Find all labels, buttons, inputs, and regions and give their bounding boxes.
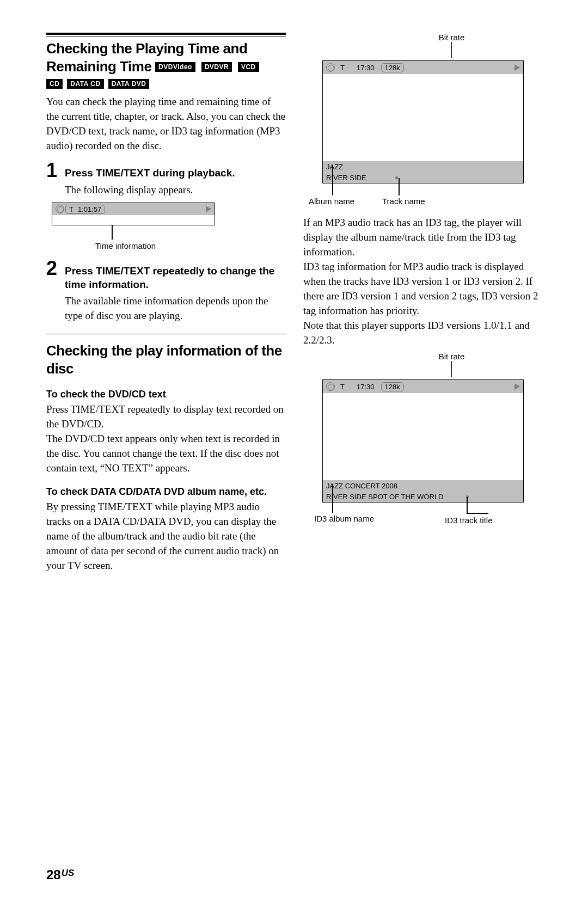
badge-row-2: CD DATA CD DATA DVD <box>46 77 286 89</box>
diag3-letter: T <box>340 383 345 391</box>
time-box: T 1:01:57 <box>65 205 105 214</box>
right-paragraph: If an MP3 audio track has an ID3 tag, th… <box>303 215 543 347</box>
step-heading: Press TIME/TEXT repeatedly to change the… <box>65 264 286 291</box>
format-badge: DVDVR <box>201 62 232 72</box>
diag2-callouts: Album name Track name <box>303 185 543 212</box>
format-badge: CD <box>46 79 63 89</box>
callout-line <box>451 42 452 58</box>
callout-dot <box>395 176 398 179</box>
callout-line <box>332 485 333 513</box>
disc-icon <box>56 205 64 213</box>
play-icon <box>206 206 211 212</box>
step-body: The available time information depends u… <box>65 293 286 323</box>
bitrate-label: Bit rate <box>360 33 543 42</box>
step-1: 1 Press TIME/TEXT during playback. <box>46 161 286 180</box>
sub-heading: To check the DVD/CD text <box>46 388 286 401</box>
diag2-time: 17:30 <box>357 64 375 72</box>
bitrate-box: 128k <box>381 63 404 72</box>
subsection-title: Checking the play information of the dis… <box>46 342 286 378</box>
callout-line <box>467 497 468 513</box>
step-2: 2 Press TIME/TEXT repeatedly to change t… <box>46 259 286 291</box>
track-name-label: Track name <box>382 197 425 206</box>
sub-body: By pressing TIME/TEXT while playing MP3 … <box>46 499 286 573</box>
id3-album-label: ID3 album name <box>314 514 374 523</box>
rule <box>46 334 286 334</box>
right-column: Bit rate T 17:30 128k JAZZ RIVER SIDE <box>303 33 543 573</box>
format-badge: DVDVideo <box>155 62 195 72</box>
bitrate-box: 128k <box>381 382 404 391</box>
diag2-letter: T <box>340 64 345 72</box>
callout-line <box>399 178 400 195</box>
callout-line <box>467 513 488 514</box>
bitrate-label: Bit rate <box>360 352 543 361</box>
intro-paragraph: You can check the playing time and remai… <box>46 94 286 153</box>
step-body: The following display appears. <box>65 182 286 197</box>
callout-line <box>451 361 452 377</box>
disc-icon <box>326 382 335 391</box>
format-badge: DATA CD <box>67 79 103 89</box>
format-badge: DATA DVD <box>108 79 150 89</box>
diagram-mp3: T 17:30 128k JAZZ RIVER SIDE <box>322 60 524 183</box>
disc-icon <box>326 63 335 72</box>
id3-track-label: ID3 track title <box>445 516 493 525</box>
diag1-letter: T <box>69 205 74 213</box>
album-name-label: Album name <box>309 197 354 206</box>
sub-body: Press TIME/TEXT repeatedly to display te… <box>46 402 286 475</box>
section-title: Checking the Playing Time and Remaining … <box>46 40 286 76</box>
step-number: 2 <box>46 259 65 278</box>
callout-line <box>332 166 333 195</box>
diag3-bitrate: 128k <box>385 383 400 391</box>
diag3-album: JAZZ CONCERT 2008 <box>326 482 397 490</box>
page-number: 28US <box>46 867 74 883</box>
page-suffix: US <box>62 868 75 878</box>
step-number: 1 <box>46 161 65 180</box>
rule <box>46 33 286 35</box>
diagram-id3: T 17:30 128k JAZZ CONCERT 2008 RIVER SID… <box>322 379 524 503</box>
format-badge: VCD <box>238 62 259 72</box>
diag1-caption: Time information <box>95 241 161 251</box>
callout-line <box>112 225 113 240</box>
diag3-callouts: ID3 album name ID3 track title <box>303 504 543 531</box>
diag3-time: 17:30 <box>357 383 375 391</box>
diag1-time: 1:01:57 <box>78 205 101 213</box>
sub-heading: To check DATA CD/DATA DVD album name, et… <box>46 485 286 498</box>
diagram-time-info: T 1:01:57 Time information <box>46 203 286 251</box>
diag3-track: RIVER SIDE SPOT OF THE WORLD <box>326 493 444 501</box>
play-icon <box>514 64 520 71</box>
diag2-bitrate: 128k <box>385 64 400 72</box>
step-heading: Press TIME/TEXT during playback. <box>65 166 286 180</box>
left-column: Checking the Playing Time and Remaining … <box>46 33 286 573</box>
page-number-value: 28 <box>46 867 61 882</box>
diag2-album: JAZZ <box>326 163 343 171</box>
play-icon <box>514 383 520 390</box>
rule <box>46 36 286 36</box>
